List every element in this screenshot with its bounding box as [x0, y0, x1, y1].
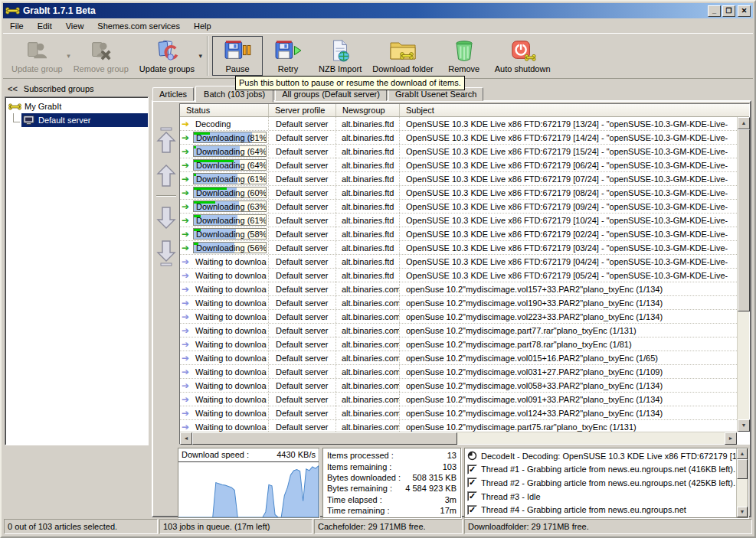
column-header[interactable]: Subject	[400, 104, 749, 116]
table-row[interactable]: Downloading (64%) Default server alt.bin…	[180, 158, 737, 172]
status-label: Downloading (56%)	[194, 243, 267, 253]
progress-bar: Downloading (60%)	[193, 187, 267, 198]
menu-item[interactable]: Edit	[31, 20, 59, 32]
table-row[interactable]: Downloading (61%) Default server alt.bin…	[180, 214, 737, 227]
threads-scroll-thumb[interactable]	[737, 459, 748, 479]
tree-item-my-grabit[interactable]: My GrabIt	[8, 99, 148, 113]
table-row[interactable]: Waiting to download Default server alt.b…	[180, 255, 737, 269]
nzb-import-button[interactable]: NZB Import	[313, 36, 367, 76]
tab[interactable]: Articles	[152, 87, 194, 101]
job-queue-table: StatusServer profileNewsgroupSubject Dec…	[179, 103, 750, 445]
table-row[interactable]: Waiting to download Default server alt.b…	[180, 269, 737, 282]
dropdown-arrow-icon[interactable]: ▾	[198, 52, 202, 60]
scroll-left-button[interactable]: ◄	[180, 432, 192, 445]
maximize-button[interactable]: ❐	[722, 5, 735, 17]
table-row[interactable]: Downloading (63%) Default server alt.bin…	[180, 200, 737, 214]
status-arrow-icon	[182, 230, 193, 239]
thread-checkbox[interactable]	[467, 478, 477, 487]
threads-scrollbar[interactable]: ▲ ▼	[736, 448, 748, 517]
tab-label: GrabIt Usenet Search	[395, 90, 476, 99]
thread-row[interactable]: Thread #3 - Idle	[465, 490, 736, 504]
remove-group-icon	[88, 38, 114, 63]
thread-row[interactable]: Thread #1 - Grabbing article from news.e…	[465, 463, 736, 477]
table-row[interactable]: Waiting to download Default server alt.b…	[180, 393, 737, 406]
move-to-top-button[interactable]	[155, 125, 177, 157]
server-profile-cell: Default server	[269, 158, 336, 171]
vertical-scrollbar[interactable]: ▲ ▼	[737, 117, 749, 432]
group-tree: My GrabIt Default server	[5, 96, 149, 445]
status-label: Decoding	[193, 119, 231, 129]
table-row[interactable]: Waiting to download Default server alt.b…	[180, 365, 737, 379]
table-row[interactable]: Waiting to download Default server alt.b…	[180, 420, 737, 432]
download-folder-button[interactable]: Download folder	[367, 36, 439, 76]
table-row[interactable]: Waiting to download Default server alt.b…	[180, 296, 737, 310]
server-profile-cell: Default server	[269, 117, 336, 130]
column-header[interactable]: Status	[180, 104, 269, 116]
scroll-up-button[interactable]: ▲	[738, 117, 750, 129]
titlebar[interactable]: GrabIt 1.7.1 Beta _ ❐ ✕	[3, 3, 753, 18]
close-button[interactable]: ✕	[738, 5, 751, 17]
speed-value: 4430 KB/s	[277, 450, 316, 460]
thread-checkbox[interactable]	[467, 465, 477, 474]
status-label: Downloading (64%)	[194, 147, 267, 156]
table-row[interactable]: Downloading (56%) Default server alt.bin…	[180, 241, 737, 255]
retry-button[interactable]: Retry	[263, 36, 313, 76]
table-row[interactable]: Waiting to download Default server alt.b…	[180, 351, 737, 365]
horizontal-scrollbar[interactable]: ◄ ►	[180, 432, 737, 444]
threads-panel: DecodeIt - Decoding: OpenSUSE 10.3 KDE L…	[464, 448, 748, 518]
progress-bar: Downloading (58%)	[193, 228, 267, 240]
column-header[interactable]: Newsgroup	[336, 104, 400, 116]
newsgroup-cell: alt.binaries.comp	[336, 337, 400, 351]
table-row[interactable]: Downloading (61%) Default server alt.bin…	[180, 172, 737, 186]
table-row[interactable]: Downloading (58%) Default server alt.bin…	[180, 227, 737, 241]
vertical-scroll-thumb[interactable]	[738, 129, 750, 311]
table-row[interactable]: Downloading (81%) Default server alt.bin…	[180, 131, 737, 145]
table-row[interactable]: Downloading (60%) Default server alt.bin…	[180, 186, 737, 200]
window-title: GrabIt 1.7.1 Beta	[23, 5, 706, 16]
move-up-button[interactable]	[155, 160, 177, 192]
menu-item[interactable]: File	[3, 20, 31, 32]
thread-list: DecodeIt - Decoding: OpenSUSE 10.3 KDE L…	[465, 449, 736, 517]
thread-row[interactable]: Thread #2 - Grabbing article from news.e…	[465, 476, 736, 490]
toolbar-separator	[207, 36, 208, 76]
remove-button[interactable]: Remove	[439, 36, 489, 76]
minimize-button[interactable]: _	[708, 5, 721, 17]
auto-shutdown-button[interactable]: Auto shutdown	[489, 36, 556, 76]
bottom-info-bar: Download speed : 4430 KB/s Items process…	[178, 448, 748, 518]
menu-item[interactable]: Shemes.com services	[90, 20, 187, 32]
table-row[interactable]: Downloading (64%) Default server alt.bin…	[180, 145, 737, 158]
table-row[interactable]: Waiting to download Default server alt.b…	[180, 406, 737, 420]
collapse-sidebar-button[interactable]: <<	[5, 84, 21, 93]
tree-item-default-server[interactable]: Default server	[13, 113, 148, 127]
update-groups-button[interactable]: ▾ Update groups	[134, 36, 200, 76]
progress-bar: Waiting to download	[193, 256, 267, 267]
subject-cell: OpenSUSE 10.3 KDE Live x86 FTD:672179 [1…	[400, 214, 737, 227]
move-to-bottom-button[interactable]	[155, 236, 177, 269]
thread-checkbox[interactable]	[467, 491, 477, 501]
horizontal-scroll-thumb[interactable]	[192, 432, 457, 445]
table-row[interactable]: Waiting to download Default server alt.b…	[180, 379, 737, 393]
status-arrow-icon	[182, 326, 193, 335]
menu-item[interactable]: View	[59, 20, 91, 32]
subject-cell: OpenSUSE 10.3 KDE Live x86 FTD:672179 [0…	[400, 269, 737, 282]
pause-button[interactable]: Pause	[212, 36, 263, 76]
menu-item[interactable]: Help	[187, 20, 218, 32]
speed-label: Download speed :	[182, 450, 249, 460]
update-group-button[interactable]: ▾ Update group	[6, 36, 68, 76]
scroll-right-button[interactable]: ►	[725, 432, 737, 445]
remove-group-button[interactable]: Remove group	[68, 36, 134, 76]
table-row[interactable]: Waiting to download Default server alt.b…	[180, 282, 737, 296]
thread-checkbox[interactable]	[467, 505, 477, 515]
thread-row[interactable]: Thread #4 - Grabbing article from news.e…	[465, 503, 736, 517]
scroll-down-button[interactable]: ▼	[738, 419, 750, 432]
move-down-button[interactable]	[155, 201, 177, 233]
thread-row[interactable]: DecodeIt - Decoding: OpenSUSE 10.3 KDE L…	[465, 449, 736, 463]
stat-row: Items processed : 13	[327, 450, 457, 461]
table-row[interactable]: Waiting to download Default server alt.b…	[180, 310, 737, 324]
column-header[interactable]: Server profile	[269, 104, 336, 116]
table-row[interactable]: Waiting to download Default server alt.b…	[180, 324, 737, 337]
scroll-up-button[interactable]: ▲	[737, 448, 748, 459]
table-row[interactable]: Decoding Default server alt.binaries.ftd…	[180, 117, 737, 131]
scroll-down-button[interactable]: ▼	[737, 507, 748, 517]
table-row[interactable]: Waiting to download Default server alt.b…	[180, 337, 737, 351]
